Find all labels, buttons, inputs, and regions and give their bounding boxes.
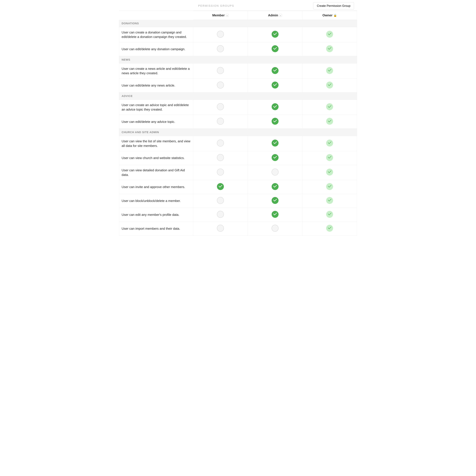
permission-checked-green[interactable] — [272, 183, 279, 190]
permission-groups-title: PERMISSION GROUPS — [119, 4, 313, 7]
permission-checked-green[interactable] — [272, 211, 279, 218]
owner-permission-cell — [302, 151, 357, 165]
admin-permission-cell — [248, 165, 302, 180]
permission-checked-green[interactable] — [217, 183, 224, 190]
permission-row: User can import members and their data. — [119, 222, 357, 236]
permission-text: User can edit/delete any news article. — [122, 84, 175, 87]
member-permission-cell — [193, 208, 248, 222]
permission-checked-green[interactable] — [272, 154, 279, 161]
permission-description: User can invite and approve other member… — [119, 180, 193, 194]
permission-checked-light — [326, 118, 333, 125]
permission-row: User can edit/delete any donation campai… — [119, 42, 357, 56]
permission-checked-green[interactable] — [272, 118, 279, 125]
permission-text: User can create a donation campaign and … — [122, 31, 187, 39]
permission-unchecked[interactable] — [272, 225, 279, 232]
permission-text: User can edit/delete any advice topic. — [122, 120, 175, 124]
owner-col-label: Owner — [323, 13, 332, 17]
desc-col-header — [119, 11, 193, 20]
permission-unchecked[interactable] — [217, 67, 224, 74]
member-permission-cell — [193, 165, 248, 180]
permission-checked-green[interactable] — [272, 82, 279, 88]
permission-checked-light — [326, 140, 333, 147]
permission-description: User can import members and their data. — [119, 222, 193, 236]
permission-checked-green[interactable] — [272, 103, 279, 110]
permission-checked-light — [326, 211, 333, 218]
permission-unchecked[interactable] — [217, 103, 224, 110]
admin-dropdown-icon[interactable]: ⌄ — [279, 14, 282, 17]
permission-text: User can block/unblock/delete a member. — [122, 199, 181, 203]
permission-description: User can edit/delete any advice topic. — [119, 115, 193, 129]
member-dropdown-icon[interactable]: ⌄ — [226, 14, 229, 17]
permission-unchecked[interactable] — [217, 197, 224, 204]
member-permission-cell — [193, 78, 248, 92]
owner-permission-cell — [302, 115, 357, 129]
permission-row: User can view church and website statist… — [119, 151, 357, 165]
admin-permission-cell — [248, 78, 302, 92]
permission-unchecked[interactable] — [217, 45, 224, 52]
permission-text: User can edit/delete any donation campai… — [122, 47, 186, 51]
permission-row: User can view the list of site members, … — [119, 136, 357, 151]
permission-description: User can create a news article and edit/… — [119, 63, 193, 78]
owner-col-header: Owner 🔒 — [302, 11, 357, 20]
permission-description: User can edit any member's profile data. — [119, 208, 193, 222]
permission-unchecked[interactable] — [217, 82, 224, 88]
permission-row: User can view detailed donation and Gift… — [119, 165, 357, 180]
admin-permission-cell — [248, 194, 302, 208]
permission-description: User can view detailed donation and Gift… — [119, 165, 193, 180]
permission-checked-green[interactable] — [272, 31, 279, 38]
admin-permission-cell — [248, 222, 302, 236]
member-permission-cell — [193, 115, 248, 129]
permission-text: User can edit any member's profile data. — [122, 213, 179, 217]
permission-checked-light — [326, 103, 333, 110]
member-col-header: Member ⌄ — [193, 11, 248, 20]
permission-checked-green[interactable] — [272, 45, 279, 52]
owner-lock-icon: 🔒 — [333, 14, 337, 17]
permission-description: User can create a donation campaign and … — [119, 27, 193, 42]
permission-unchecked[interactable] — [217, 118, 224, 125]
create-permission-group-button[interactable]: Create Permission Group — [313, 2, 354, 9]
permission-row: User can edit/delete any news article. — [119, 78, 357, 92]
owner-permission-cell — [302, 222, 357, 236]
permission-checked-green[interactable] — [272, 197, 279, 204]
permission-row: User can create an advice topic and edit… — [119, 100, 357, 115]
permissions-table: Member ⌄ Admin ⌄ Owner 🔒 — [119, 11, 357, 236]
permission-checked-light — [326, 197, 333, 204]
permission-text: User can invite and approve other member… — [122, 185, 185, 189]
member-permission-cell — [193, 63, 248, 78]
category-row-donations: DONATIONS — [119, 20, 357, 27]
admin-col-label: Admin — [268, 13, 278, 17]
permission-checked-light — [326, 183, 333, 190]
permission-row: User can create a donation campaign and … — [119, 27, 357, 42]
owner-permission-cell — [302, 63, 357, 78]
permission-description: User can view the list of site members, … — [119, 136, 193, 151]
permission-unchecked[interactable] — [217, 140, 224, 147]
permission-checked-light — [326, 82, 333, 88]
member-permission-cell — [193, 151, 248, 165]
owner-permission-cell — [302, 100, 357, 115]
permission-unchecked[interactable] — [217, 31, 224, 38]
column-headers-row: Member ⌄ Admin ⌄ Owner 🔒 — [119, 11, 357, 20]
permission-checked-light — [326, 67, 333, 74]
category-label-donations: DONATIONS — [119, 20, 357, 27]
category-row-church-admin: CHURCH AND SITE ADMIN — [119, 129, 357, 136]
owner-permission-cell — [302, 27, 357, 42]
permission-description: User can block/unblock/delete a member. — [119, 194, 193, 208]
permission-unchecked[interactable] — [217, 225, 224, 232]
member-permission-cell — [193, 222, 248, 236]
permission-checked-green[interactable] — [272, 140, 279, 147]
member-permission-cell — [193, 180, 248, 194]
admin-col-header: Admin ⌄ — [248, 11, 302, 20]
page-wrapper: PERMISSION GROUPS Create Permission Grou… — [119, 0, 357, 236]
permission-unchecked[interactable] — [217, 154, 224, 161]
admin-permission-cell — [248, 42, 302, 56]
permission-checked-green[interactable] — [272, 67, 279, 74]
permission-text: User can import members and their data. — [122, 227, 180, 230]
permission-row: User can invite and approve other member… — [119, 180, 357, 194]
category-label-advice: ADVICE — [119, 92, 357, 100]
permission-unchecked[interactable] — [272, 169, 279, 175]
owner-permission-cell — [302, 180, 357, 194]
member-permission-cell — [193, 42, 248, 56]
permission-unchecked[interactable] — [217, 169, 224, 175]
permission-unchecked[interactable] — [217, 211, 224, 218]
member-permission-cell — [193, 100, 248, 115]
